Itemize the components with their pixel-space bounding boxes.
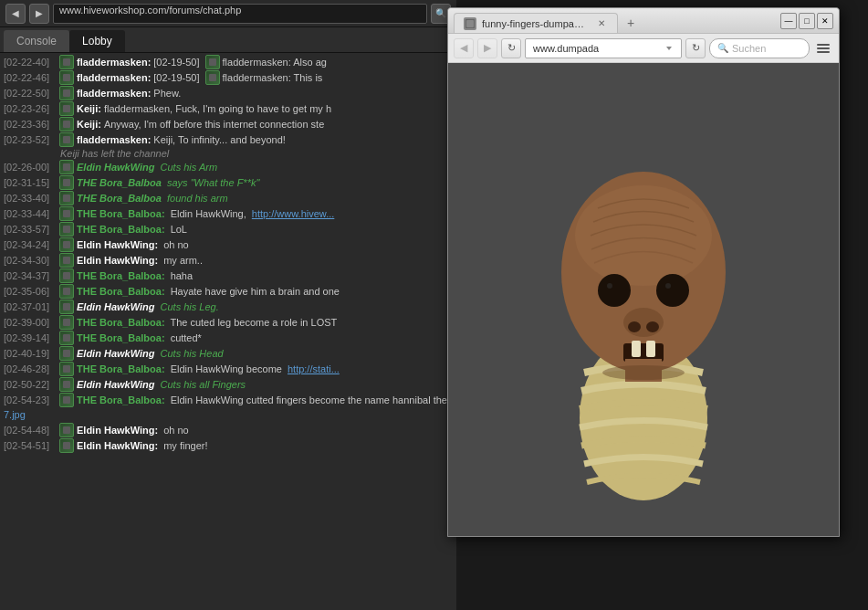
list-item: [02-34-37] THE Bora_Balboa: haha (4, 268, 453, 283)
svg-point-9 (646, 321, 659, 332)
svg-point-10 (598, 274, 631, 307)
forward-button[interactable]: ▶ (29, 4, 49, 24)
avatar (59, 300, 74, 314)
svg-rect-15 (632, 341, 641, 357)
popup-tab-active[interactable]: funny-fingers-dumpaday-... ✕ (454, 13, 618, 33)
popup-tab-label: funny-fingers-dumpaday-... (482, 18, 590, 29)
chat-tab-bar: Console Lobby (0, 27, 456, 53)
svg-point-23 (602, 365, 685, 380)
tab-console[interactable]: Console (4, 30, 69, 52)
list-item: [02-37-01] Eldin HawkWing Cuts his Leg. (4, 300, 453, 314)
svg-point-7 (623, 308, 664, 337)
avatar (59, 160, 74, 174)
avatar (59, 70, 74, 85)
avatar (59, 315, 74, 330)
maximize-button[interactable]: □ (799, 13, 815, 29)
svg-point-12 (607, 283, 612, 289)
avatar (59, 206, 74, 221)
list-item: [02-33-57] THE Bora_Balboa: LoL (4, 222, 453, 237)
list-item: [02-34-30] Eldin HawkWing: my arm.. (4, 253, 453, 268)
popup-reload-button[interactable]: ↻ (501, 38, 521, 58)
avatar (59, 362, 74, 376)
list-item: [02-50-22] Eldin HawkWing Cuts his all F… (4, 377, 453, 392)
popup-search-bar[interactable]: 🔍 Suchen (709, 38, 810, 58)
popup-forward-button[interactable]: ▶ (477, 38, 497, 58)
list-item: [02-31-15] THE Bora_Balboa says "What th… (4, 175, 453, 190)
avatar (59, 284, 74, 299)
popup-content-area (448, 63, 839, 536)
back-button[interactable]: ◀ (5, 4, 26, 24)
avatar (205, 70, 220, 85)
avatar (59, 132, 74, 147)
svg-marker-2 (666, 47, 672, 50)
svg-point-11 (656, 274, 689, 307)
list-item: 7.jpg (4, 408, 453, 422)
minimize-button[interactable]: — (780, 13, 797, 29)
avatar (59, 438, 74, 453)
avatar (59, 117, 74, 131)
chat-messages-panel: [02-22-40] fladdermasken: [02-19-50] fla… (0, 53, 456, 610)
avatar (59, 86, 74, 100)
list-item: [02-46-28] THE Bora_Balboa: Eldin HawkWi… (4, 362, 453, 376)
popup-titlebar: funny-fingers-dumpaday-... ✕ + — □ ✕ (448, 8, 839, 34)
main-address-bar: ◀ ▶ www.hiveworkshop.com/forums/chat.php… (0, 0, 456, 27)
avatar (59, 253, 74, 268)
avatar (59, 423, 74, 437)
chat-link[interactable]: http://www.hivew... (252, 207, 334, 221)
list-item: [02-22-46] fladdermasken: [02-19-50] fla… (4, 70, 453, 85)
avatar (59, 175, 74, 190)
list-item: [02-22-50] fladdermasken: Phew. (4, 86, 453, 100)
popup-browser-window: funny-fingers-dumpaday-... ✕ + — □ ✕ ◀ ▶… (447, 7, 840, 537)
avatar (59, 55, 74, 69)
avatar (59, 101, 74, 116)
menu-line (817, 44, 830, 46)
list-item: [02-40-19] Eldin HawkWing Cuts his Head (4, 346, 453, 361)
avatar (59, 346, 74, 361)
list-item: [02-33-40] THE Bora_Balboa found his arm (4, 191, 453, 205)
favicon-icon (464, 17, 476, 30)
svg-point-8 (628, 321, 641, 332)
list-item: [02-35-06] THE Bora_Balboa: Hayate have … (4, 284, 453, 299)
finger-character-image (507, 89, 780, 510)
menu-line (817, 51, 830, 53)
list-item: [02-54-48] Eldin HawkWing: oh no (4, 423, 453, 437)
window-controls: — □ ✕ (780, 13, 833, 29)
svg-rect-1 (466, 20, 474, 27)
popup-nav-bar: ◀ ▶ ↻ www.dumpada ↻ 🔍 Suchen (448, 34, 839, 63)
list-item: [02-54-51] Eldin HawkWing: my finger! (4, 438, 453, 453)
svg-point-13 (665, 283, 671, 289)
chat-link[interactable]: http://stati... (288, 363, 340, 376)
avatar (205, 55, 220, 69)
avatar (59, 268, 74, 283)
popup-tab-close-button[interactable]: ✕ (595, 17, 608, 30)
popup-back-button[interactable]: ◀ (454, 38, 474, 58)
avatar (59, 377, 74, 392)
menu-line (817, 47, 830, 49)
list-item: [02-39-14] THE Bora_Balboa: cutted* (4, 331, 453, 345)
list-item: [02-23-26] Keiji: fladdermasken, Fuck, I… (4, 101, 453, 116)
list-item: [02-33-44] THE Bora_Balboa: Eldin HawkWi… (4, 206, 453, 221)
list-item: [02-23-52] fladdermasken: Keiji, To infi… (4, 132, 453, 147)
list-item: [02-34-24] Eldin HawkWing: oh no (4, 237, 453, 252)
list-item: [02-39-00] THE Bora_Balboa: The cuted le… (4, 315, 453, 330)
popup-tab-strip: funny-fingers-dumpaday-... ✕ + (454, 8, 780, 33)
close-button[interactable]: ✕ (817, 13, 833, 29)
list-item: [02-54-23] THE Bora_Balboa: Eldin HawkWi… (4, 393, 453, 407)
svg-rect-16 (646, 341, 655, 357)
address-input[interactable]: www.hiveworkshop.com/forums/chat.php (53, 4, 427, 24)
popup-go-button[interactable]: ↻ (685, 38, 706, 58)
system-message: Keiji has left the channel (4, 148, 453, 159)
popup-address-bar[interactable]: www.dumpada (525, 38, 682, 58)
avatar (59, 331, 74, 345)
tab-lobby[interactable]: Lobby (69, 30, 125, 52)
avatar (59, 393, 74, 407)
popup-menu-button[interactable] (813, 38, 833, 58)
main-browser: ◀ ▶ www.hiveworkshop.com/forums/chat.php… (0, 0, 456, 610)
svg-point-6 (575, 185, 712, 286)
avatar (59, 222, 74, 237)
avatar (59, 237, 74, 252)
list-item: [02-23-36] Keiji: Anyway, I'm off before… (4, 117, 453, 131)
list-item: [02-26-00] Eldin HawkWing Cuts his Arm (4, 160, 453, 174)
avatar (59, 191, 74, 205)
new-tab-button[interactable]: + (621, 13, 641, 33)
